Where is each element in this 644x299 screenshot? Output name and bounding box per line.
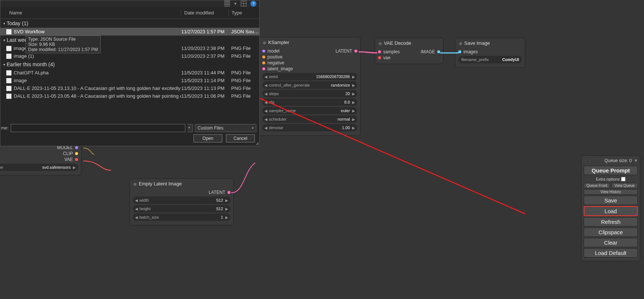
- chevron-right-icon[interactable]: ▶: [351, 100, 356, 104]
- view-queue-button[interactable]: View Queue: [611, 183, 638, 188]
- node-save-image[interactable]: Save Image images filename_prefix ComfyU…: [455, 38, 525, 68]
- chevron-left-icon[interactable]: ◀: [134, 215, 139, 219]
- chevron-down-icon: ▾: [3, 63, 5, 67]
- save-button[interactable]: Save: [584, 196, 638, 205]
- help-icon[interactable]: ?: [250, 1, 256, 7]
- chevron-right-icon[interactable]: ▶: [351, 75, 356, 79]
- file-date: 11/5/2023 11:06 PM: [181, 93, 228, 99]
- clear-button[interactable]: Clear: [584, 238, 638, 247]
- filename-prefix-widget[interactable]: filename_prefix ComfyUI: [458, 56, 522, 63]
- file-row[interactable]: image11/5/2023 11:14 PMPNG File: [0, 77, 259, 84]
- chevron-left-icon[interactable]: ◀: [134, 198, 139, 202]
- output-latent-label: LATENT: [209, 190, 225, 195]
- file-tooltip: Type: JSON Source FileSize: 9.96 KBDate …: [26, 36, 101, 53]
- gear-icon[interactable]: ✶: [634, 158, 638, 163]
- resize-grip[interactable]: ◢: [256, 141, 259, 145]
- cancel-button[interactable]: Cancel: [226, 134, 255, 142]
- width-widget[interactable]: ◀width512▶: [133, 196, 230, 204]
- control-panel[interactable]: ⋮⋮ Queue size: 0 ✶ Queue Prompt Extra op…: [581, 155, 640, 261]
- file-list[interactable]: ▾Today (1)SVD Workflow11/27/2023 1:57 PM…: [0, 19, 259, 122]
- file-icon: [6, 78, 11, 83]
- queue-prompt-button[interactable]: Queue Prompt: [584, 166, 638, 175]
- open-button[interactable]: Open: [193, 134, 222, 142]
- column-date[interactable]: Date modified: [181, 9, 228, 16]
- view-history-button[interactable]: View History: [584, 189, 638, 195]
- file-group-header[interactable]: ▾Today (1): [0, 19, 259, 28]
- file-icon: [6, 29, 11, 34]
- queue-front-button[interactable]: Queue Front: [584, 183, 610, 188]
- chevron-right-icon[interactable]: ▶: [351, 109, 356, 113]
- file-type-filter[interactable]: Custom Files▾: [195, 124, 256, 132]
- chevron-left-icon[interactable]: ◀: [264, 126, 268, 130]
- chevron-right-icon[interactable]: ▶: [351, 92, 356, 96]
- file-row[interactable]: SVD Workflow11/27/2023 1:57 PMJSON Sourc…: [0, 28, 259, 36]
- file-type: JSON Source: [228, 29, 259, 34]
- chevron-right-icon[interactable]: ▶: [225, 215, 229, 219]
- node-empty-latent-image[interactable]: Empty Latent Image LATENT ◀width512▶ ◀he…: [129, 178, 234, 225]
- file-type: PNG File: [228, 78, 259, 83]
- extra-options-row[interactable]: Extra options: [584, 176, 638, 182]
- chevron-left-icon[interactable]: ◀: [264, 92, 268, 96]
- output-clip-label: CLIP: [63, 151, 73, 156]
- filename-input[interactable]: [11, 124, 185, 132]
- output-vae-label: VAE: [64, 157, 73, 162]
- file-group-header[interactable]: ▾Earlier this month (4): [0, 60, 259, 69]
- chevron-left-icon[interactable]: ◀: [264, 83, 268, 87]
- node-ksampler[interactable]: KSampler model LATENT positive negative …: [259, 37, 361, 136]
- chevron-right-icon[interactable]: ▶: [72, 165, 77, 169]
- chevron-right-icon[interactable]: ▶: [225, 198, 229, 202]
- chevron-right-icon[interactable]: ▶: [225, 207, 229, 211]
- file-icon: [6, 54, 11, 59]
- file-date: 11/20/2023 2:38 PM: [181, 46, 228, 51]
- height-widget[interactable]: ◀height512▶: [133, 205, 230, 212]
- input-latent-image-label: latent_image: [267, 66, 293, 71]
- column-name[interactable]: Name: [0, 9, 181, 16]
- chevron-right-icon[interactable]: ▶: [351, 83, 356, 87]
- node-title: KSampler: [259, 37, 360, 47]
- node-checkpoint-loader[interactable]: MODEL CLIP VAE _name svd.safetensors ▶: [0, 144, 81, 175]
- chevron-left-icon[interactable]: ◀: [264, 109, 268, 113]
- node-vae-decode[interactable]: VAE Decode samples IMAGE vae: [375, 38, 444, 64]
- batch-size-widget[interactable]: ◀batch_size1▶: [133, 214, 230, 221]
- chevron-left-icon[interactable]: ◀: [264, 117, 268, 121]
- chevron-down-icon[interactable]: ▼: [234, 2, 237, 6]
- file-type: PNG File: [228, 70, 259, 75]
- seed-widget[interactable]: ◀seed156680208700286▶: [262, 73, 357, 80]
- file-row[interactable]: image (1)11/20/2023 2:37 PMPNG File: [0, 52, 259, 60]
- view-list-icon[interactable]: [224, 1, 230, 7]
- scheduler-widget[interactable]: ◀schedulernormal▶: [262, 115, 357, 123]
- chevron-left-icon[interactable]: ◀: [264, 100, 268, 104]
- file-date: 11/5/2023 11:44 PM: [181, 70, 228, 75]
- filename-history-dropdown[interactable]: ▾: [188, 124, 193, 132]
- file-icon: [6, 86, 11, 91]
- chevron-right-icon[interactable]: ▶: [351, 117, 356, 121]
- file-open-dialog[interactable]: ▼ ? Name Date modified Type ▾Today (1)SV…: [0, 0, 260, 146]
- file-row[interactable]: ChatGPT ALpha11/5/2023 11:44 PMPNG File: [0, 69, 259, 77]
- file-row[interactable]: DALL·E 2023-11-05 23.13.10 - A Caucasian…: [0, 84, 259, 92]
- drag-handle-icon[interactable]: ⋮⋮: [584, 159, 592, 163]
- extra-options-checkbox[interactable]: [621, 177, 626, 181]
- input-positive-label: positive: [267, 54, 283, 60]
- chevron-left-icon[interactable]: ◀: [134, 207, 139, 211]
- load-button[interactable]: Load: [584, 206, 638, 216]
- ckpt-name-widget[interactable]: _name svd.safetensors ▶: [0, 164, 78, 171]
- node-title: Save Image: [455, 38, 525, 48]
- steps-widget[interactable]: ◀steps20▶: [262, 90, 357, 97]
- sampler-name-widget[interactable]: ◀sampler_nameeuler▶: [262, 107, 357, 114]
- file-row[interactable]: DALL·E 2023-11-05 23.05.48 - A Caucasian…: [0, 92, 259, 100]
- column-headers: Name Date modified Type: [0, 7, 259, 19]
- chevron-left-icon[interactable]: ◀: [264, 75, 268, 79]
- new-folder-icon[interactable]: [241, 1, 247, 7]
- load-default-button[interactable]: Load Default: [584, 248, 638, 258]
- chevron-right-icon[interactable]: ▶: [351, 126, 356, 130]
- refresh-button[interactable]: Refresh: [584, 217, 638, 226]
- file-type: PNG File: [228, 93, 259, 99]
- chevron-down-icon: ▾: [3, 38, 5, 42]
- denoise-widget[interactable]: ◀denoise1.00▶: [262, 124, 357, 131]
- column-type[interactable]: Type: [228, 9, 259, 16]
- input-model-label: model: [267, 48, 280, 54]
- control-after-generate-widget[interactable]: ◀control_after_generaterandomize▶: [262, 81, 357, 89]
- clipspace-button[interactable]: Clipspace: [584, 228, 638, 237]
- input-samples-label: samples: [383, 49, 400, 54]
- cfg-widget[interactable]: ◀cfg8.0▶: [262, 98, 357, 106]
